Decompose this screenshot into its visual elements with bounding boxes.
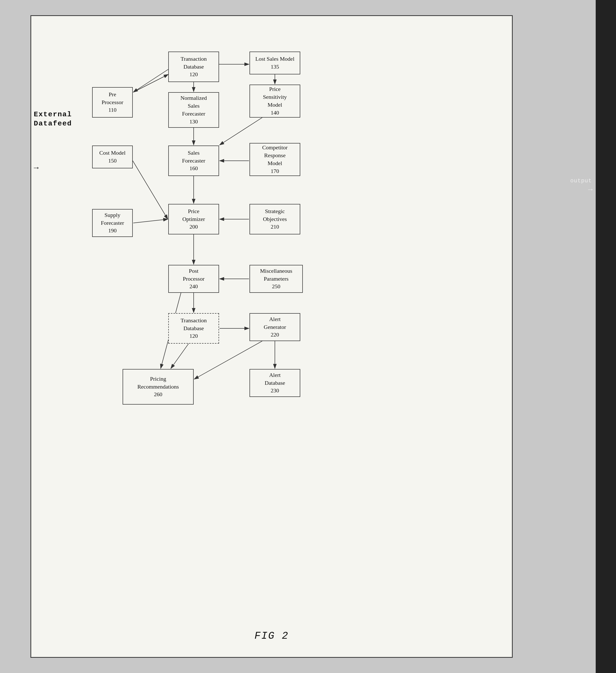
output-arrow: → [588,185,593,194]
svg-line-9 [133,161,168,219]
alert-generator: Alert Generator 220 [250,313,300,341]
pre-processor: Pre Processor 110 [92,87,133,118]
normalized-sales-forecaster: Normalized Sales Forecaster 130 [168,92,219,128]
supply-forecaster: Supply Forecaster 190 [92,209,133,237]
svg-line-6 [220,118,262,145]
strategic-objectives: Strategic Objectives 210 [250,204,300,234]
svg-line-20 [133,74,168,92]
diagram: Transaction Database 120 Lost Sales Mode… [72,36,452,633]
misc-parameters: Miscellaneous Parameters 250 [250,265,303,293]
post-processor: Post Processor 240 [168,265,219,293]
transaction-database-top: Transaction Database 120 [168,51,219,82]
svg-line-18 [171,344,189,369]
competitor-response-model: Competitor Response Model 170 [250,143,300,176]
right-bar [596,0,616,673]
pricing-recommendations: Pricing Recommendations 260 [122,369,194,405]
output-label: output [570,178,592,184]
price-optimizer: Price Optimizer 200 [168,204,219,234]
page: External Datafeed → [30,15,513,658]
price-sensitivity-model: Price Sensitivity Model 140 [250,84,300,118]
svg-line-3 [133,69,168,92]
external-datafeed-label: External Datafeed [34,110,72,129]
cost-model: Cost Model 150 [92,146,133,168]
transaction-database-bottom: Transaction Database 120 [168,313,219,344]
svg-line-10 [133,219,168,223]
fig-label: FIG 2 [254,630,289,642]
lost-sales-model: Lost Sales Model 135 [250,51,300,74]
alert-database: Alert Database 230 [250,369,300,397]
external-arrow: → [34,163,39,173]
sales-forecaster: Sales Forecaster 160 [168,146,219,176]
